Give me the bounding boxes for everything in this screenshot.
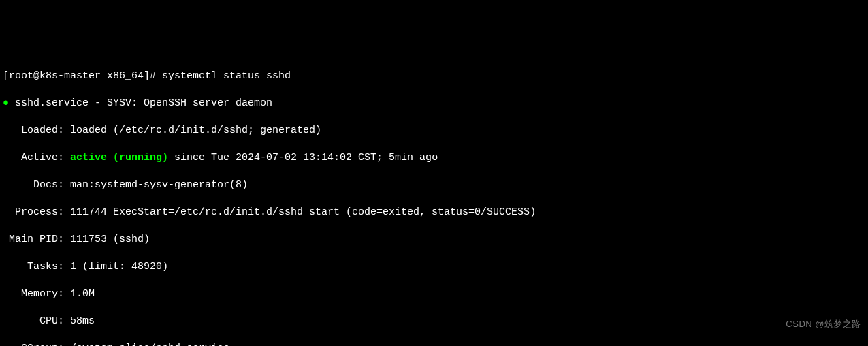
mainpid-line: Main PID: 111753 (sshd) — [3, 233, 865, 247]
cpu-line: CPU: 58ms — [3, 315, 865, 328]
loaded-line: Loaded: loaded (/etc/rc.d/init.d/sshd; g… — [3, 124, 865, 138]
cgroup-line: CGroup: /system.slice/sshd.service — [3, 342, 865, 346]
tasks-line: Tasks: 1 (limit: 48920) — [3, 260, 865, 274]
watermark: CSDN @筑梦之路 — [786, 317, 861, 331]
command-text: systemctl status sshd — [162, 70, 291, 82]
active-line: Active: active (running) since Tue 2024-… — [3, 151, 865, 165]
shell-prompt: [root@k8s-master x86_64]# — [3, 70, 162, 82]
service-header: ● sshd.service - SYSV: OpenSSH server da… — [3, 97, 865, 110]
status-dot-icon: ● — [3, 97, 9, 109]
active-status: active (running) — [70, 152, 168, 163]
docs-line: Docs: man:systemd-sysv-generator(8) — [3, 178, 865, 192]
memory-line: Memory: 1.0M — [3, 287, 865, 301]
process-line: Process: 111744 ExecStart=/etc/rc.d/init… — [3, 206, 865, 219]
command-line-1: [root@k8s-master x86_64]# systemctl stat… — [3, 69, 865, 83]
terminal[interactable]: [root@k8s-master x86_64]# systemctl stat… — [3, 56, 865, 346]
